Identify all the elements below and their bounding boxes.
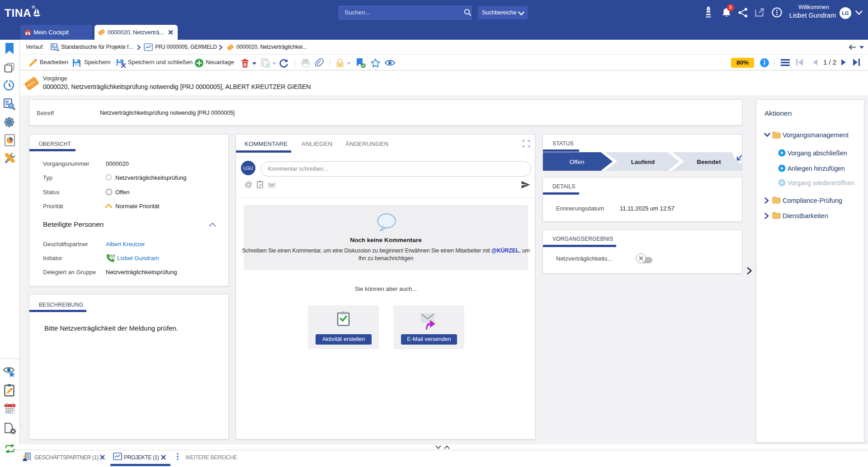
svg-text:Offen: Offen	[570, 159, 585, 165]
svg-text:Beendet: Beendet	[697, 159, 721, 165]
svg-text:Laufend: Laufend	[631, 159, 655, 165]
